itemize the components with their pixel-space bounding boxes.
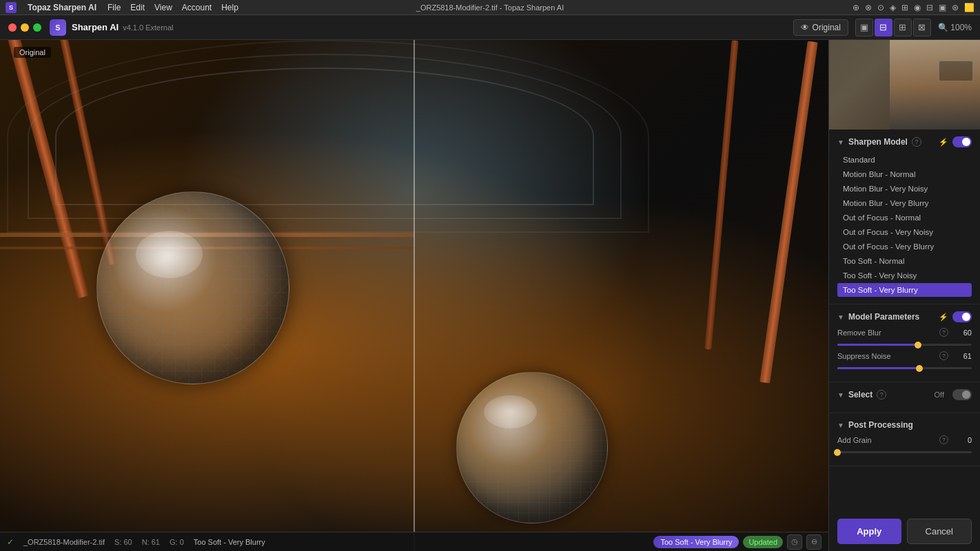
- model-item-out-focus-very-blurry[interactable]: Out of Focus - Very Blurry: [837, 240, 972, 253]
- model-item-standard[interactable]: Standard: [837, 153, 972, 167]
- status-badge-area: Too Soft - Very Blurry Updated ◷ ⊖: [653, 534, 821, 550]
- status-icon-info[interactable]: ⊖: [806, 534, 821, 550]
- sys-icon-6: ◉: [914, 3, 921, 12]
- suppress-noise-label: Suppress Noise: [837, 352, 939, 360]
- sys-icon-3: ⊙: [877, 3, 884, 12]
- minimize-button[interactable]: [21, 23, 29, 32]
- menu-file[interactable]: File: [108, 3, 121, 12]
- post-processing-section: ▼ Post Processing Add Grain ? 0: [829, 413, 980, 466]
- sharpen-model-header[interactable]: ▼ Sharpen Model ? ⚡: [837, 136, 972, 147]
- model-params-toggle[interactable]: [952, 311, 972, 322]
- sharpen-model-help[interactable]: ?: [912, 137, 921, 147]
- original-button[interactable]: 👁 Original: [793, 19, 848, 36]
- add-grain-help[interactable]: ?: [939, 435, 948, 444]
- app-version: v4.1.0 External: [123, 23, 173, 32]
- sys-icon-4: ◈: [890, 3, 896, 12]
- menu-account[interactable]: Account: [182, 3, 212, 12]
- arch-3: [7, 40, 649, 233]
- remove-blur-thumb[interactable]: [915, 342, 921, 349]
- model-parameters-section: ▼ Model Parameters ⚡ Remove Blur ? 60: [829, 304, 980, 382]
- remove-blur-label: Remove Blur: [837, 329, 939, 337]
- panel-spacer: [829, 466, 980, 512]
- suppress-noise-slider[interactable]: [837, 367, 972, 369]
- zoom-display: 🔍 100%: [938, 23, 972, 32]
- view-grid-btn[interactable]: ⊞: [894, 19, 912, 37]
- params-lightning-icon: ⚡: [939, 313, 948, 322]
- menu-view[interactable]: View: [154, 3, 172, 12]
- view-single-btn[interactable]: ▣: [855, 19, 873, 37]
- status-check-icon: ✓: [7, 537, 14, 547]
- view-compare-btn[interactable]: ⊠: [913, 19, 931, 37]
- model-parameters-header[interactable]: ▼ Model Parameters ⚡: [837, 311, 972, 322]
- sphere-left: [96, 191, 289, 384]
- auto-lightning-icon: ⚡: [939, 138, 948, 147]
- add-grain-value: 0: [952, 436, 972, 444]
- menu-help[interactable]: Help: [221, 3, 238, 12]
- image-canvas: Original ✓ _ORZ5818-Modifier-2.tif S: 60…: [0, 40, 828, 551]
- menu-items: File Edit View Account Help: [108, 3, 238, 12]
- select-help[interactable]: ?: [877, 390, 886, 399]
- remove-blur-value: 60: [952, 329, 972, 337]
- status-s-value: S: 60: [114, 538, 132, 546]
- sys-icon-9: ⊛: [952, 3, 959, 12]
- post-processing-header[interactable]: ▼ Post Processing: [837, 420, 972, 430]
- status-filename: _ORZ5818-Modifier-2.tif: [23, 538, 105, 546]
- view-mode-buttons: ▣ ⊟ ⊞ ⊠: [855, 19, 931, 37]
- sharpen-model-title: Sharpen Model: [848, 137, 908, 147]
- menu-bar: S Topaz Sharpen AI File Edit View Accoun…: [0, 0, 980, 15]
- sys-icon-10: 🟨: [964, 3, 974, 12]
- select-toggle[interactable]: [952, 389, 972, 400]
- model-item-motion-blur-very-blurry[interactable]: Motion Blur - Very Blurry: [837, 196, 972, 210]
- add-grain-thumb[interactable]: [834, 449, 841, 456]
- model-item-out-focus-normal[interactable]: Out of Focus - Normal: [837, 211, 972, 225]
- webcam-person: [890, 40, 980, 129]
- sys-icon-2: ⊗: [865, 3, 872, 12]
- status-n-value: N: 61: [142, 538, 160, 546]
- pipe-right-2: [704, 40, 738, 349]
- model-item-motion-blur-normal[interactable]: Motion Blur - Normal: [837, 167, 972, 181]
- add-grain-row: Add Grain ? 0: [837, 435, 972, 444]
- sharpen-model-toggle[interactable]: [952, 136, 972, 147]
- model-params-title: Model Parameters: [848, 312, 919, 322]
- post-processing-title: Post Processing: [848, 420, 913, 430]
- view-split-btn[interactable]: ⊟: [875, 19, 892, 37]
- suppress-noise-help[interactable]: ?: [939, 351, 948, 360]
- remove-blur-slider[interactable]: [837, 344, 972, 346]
- select-title: Select: [848, 390, 872, 399]
- status-icon-buttons: ◷ ⊖: [787, 534, 821, 550]
- fullscreen-button[interactable]: [33, 23, 41, 32]
- model-item-too-soft-normal[interactable]: Too Soft - Normal: [837, 254, 972, 268]
- status-icon-compare[interactable]: ◷: [787, 534, 802, 550]
- select-header[interactable]: ▼ Select ? Off: [837, 389, 972, 400]
- model-item-too-soft-very-blurry[interactable]: Too Soft - Very Blurry: [837, 283, 972, 297]
- traffic-lights: [8, 23, 41, 32]
- webcam-preview: [829, 40, 980, 129]
- sys-icon-7: ⊟: [926, 3, 933, 12]
- model-params-auto: ⚡: [939, 311, 972, 322]
- model-item-too-soft-very-noisy[interactable]: Too Soft - Very Noisy: [837, 269, 972, 282]
- sphere-right-highlight: [484, 395, 536, 428]
- eye-icon: 👁: [801, 23, 809, 32]
- remove-blur-track: [837, 344, 972, 346]
- close-button[interactable]: [8, 23, 17, 32]
- sys-icon-1: ⊕: [853, 3, 859, 12]
- model-item-motion-blur-very-noisy[interactable]: Motion Blur - Very Noisy: [837, 182, 972, 196]
- right-panel: ▼ Sharpen Model ? ⚡ Standard Motion Blur…: [828, 40, 980, 551]
- status-model-name: Too Soft - Very Blurry: [194, 538, 265, 546]
- app-menu-icon: S: [6, 2, 17, 13]
- add-grain-slider[interactable]: [837, 451, 972, 453]
- suppress-noise-thumb[interactable]: [916, 365, 923, 372]
- remove-blur-fill: [837, 344, 918, 346]
- menu-edit[interactable]: Edit: [130, 3, 145, 12]
- app-menu-name[interactable]: Topaz Sharpen AI: [28, 3, 96, 12]
- select-section: ▼ Select ? Off: [829, 382, 980, 413]
- model-item-out-focus-very-noisy[interactable]: Out of Focus - Very Noisy: [837, 225, 972, 239]
- apply-button[interactable]: Apply: [837, 519, 901, 544]
- add-grain-label: Add Grain: [837, 436, 939, 444]
- sphere-right: [456, 372, 608, 523]
- select-chevron: ▼: [837, 391, 844, 399]
- add-grain-track: [837, 451, 972, 453]
- cancel-button[interactable]: Cancel: [907, 519, 972, 544]
- remove-blur-help[interactable]: ?: [939, 328, 948, 337]
- image-area[interactable]: Original ✓ _ORZ5818-Modifier-2.tif S: 60…: [0, 40, 828, 551]
